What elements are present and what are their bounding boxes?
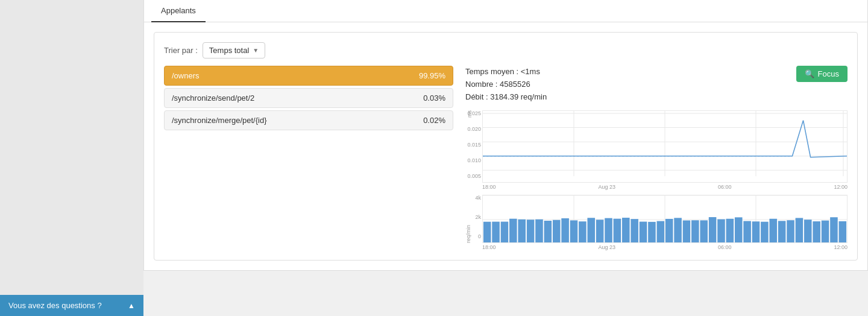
- bar-x-labels: 18:00 Aug 23 06:00 12:00: [482, 243, 848, 250]
- bar-rect: [587, 218, 595, 244]
- bar-rect: [752, 222, 760, 244]
- right-panel: Temps moyen : <1ms Nombre : 4585526 Débi…: [465, 66, 848, 250]
- tab-appelants[interactable]: Appelants: [151, 0, 206, 22]
- bar-rect: [483, 222, 491, 243]
- line-y-0.015: 0.015: [467, 142, 481, 148]
- left-panel: /owners 99.95% /synchronize/send/pet/2 0…: [164, 66, 453, 250]
- bar-rect: [839, 221, 847, 243]
- sort-dropdown[interactable]: Temps total ▼: [203, 42, 265, 58]
- bar-chart-svg: [482, 195, 848, 243]
- bar-rect: [804, 220, 812, 244]
- bar-rect: [717, 220, 725, 243]
- bar-rect: [605, 218, 612, 243]
- bar-rect: [640, 222, 647, 243]
- bar-rect: [570, 221, 578, 244]
- bar-rect: [769, 219, 777, 243]
- top-bar: Trier par : Temps total ▼: [164, 42, 848, 58]
- bar-rect: [553, 220, 561, 243]
- line-y-0.005: 0.005: [467, 173, 481, 179]
- bar-rect: [631, 220, 638, 244]
- tabs-bar: Appelants: [144, 0, 867, 22]
- route-row[interactable]: /synchronize/send/pet/2 0.03%: [164, 88, 453, 108]
- bar-rect: [726, 219, 734, 243]
- bar-rect: [527, 220, 535, 244]
- bar-rect: [796, 218, 804, 244]
- bar-rect: [691, 221, 699, 244]
- bar-rect: [509, 219, 517, 243]
- bar-rect: [700, 221, 708, 244]
- chevron-down-icon: ▼: [253, 47, 259, 54]
- content-area: /owners 99.95% /synchronize/send/pet/2 0…: [164, 66, 848, 250]
- bar-rect: [622, 218, 630, 243]
- stats-row: Temps moyen : <1ms Nombre : 4585526 Débi…: [465, 66, 848, 103]
- stats-text: Temps moyen : <1ms Nombre : 4585526 Débi…: [465, 66, 547, 103]
- bar-rect: [596, 220, 604, 244]
- bar-rect: [813, 221, 820, 243]
- route-name: /owners: [172, 71, 200, 80]
- bar-rect: [492, 222, 500, 243]
- banner-text: Vous avez des questions ?: [8, 301, 102, 310]
- bar-rect: [648, 222, 656, 243]
- bar-rect: [579, 222, 587, 244]
- line-y-0.010: 0.010: [467, 157, 481, 163]
- focus-label: Focus: [818, 69, 839, 78]
- bar-x-06:00: 06:00: [718, 244, 732, 250]
- line-y-0.025: 0.025: [467, 110, 481, 116]
- sidebar: [0, 0, 143, 316]
- focus-button[interactable]: 🔍 Focus: [796, 66, 848, 82]
- bar-rect: [683, 221, 691, 243]
- main-content: Appelants Trier par : Temps total ▼: [143, 0, 868, 271]
- bar-rect: [787, 221, 794, 244]
- line-chart-svg: [482, 110, 848, 183]
- bar-rect: [709, 217, 717, 243]
- panel-box: Trier par : Temps total ▼ /owners 99.95%…: [154, 32, 858, 261]
- route-pct: 0.03%: [423, 93, 445, 103]
- bar-y-2k: 2k: [475, 214, 481, 220]
- bar-x-aug23: Aug 23: [598, 244, 615, 250]
- bar-rect: [830, 218, 838, 244]
- bar-rect: [561, 218, 569, 243]
- route-pct: 99.95%: [419, 71, 445, 80]
- questions-banner[interactable]: Vous avez des questions ? ▲: [0, 295, 143, 316]
- trier-label: Trier par :: [164, 46, 198, 55]
- bar-rect: [822, 221, 829, 243]
- search-icon: 🔍: [805, 69, 814, 78]
- line-x-aug23: Aug 23: [598, 184, 615, 190]
- route-pct: 0.02%: [423, 116, 445, 125]
- bar-rect: [614, 219, 621, 243]
- bar-y-0: 0: [478, 233, 481, 239]
- bar-rect: [674, 218, 682, 244]
- route-name: /synchronize/send/pet/2: [172, 93, 254, 103]
- route-name: /synchronize/merge/pet/{id}: [172, 116, 267, 125]
- panel: Trier par : Temps total ▼ /owners 99.95%…: [144, 22, 867, 270]
- routes-list: /owners 99.95% /synchronize/send/pet/2 0…: [164, 66, 453, 130]
- bar-rect: [761, 222, 769, 243]
- temps-moyen: Temps moyen : <1ms: [465, 66, 547, 78]
- nombre: Nombre : 4585526: [465, 78, 547, 91]
- bar-x-18:00: 18:00: [482, 244, 496, 250]
- line-x-18:00: 18:00: [482, 184, 496, 190]
- route-row[interactable]: /owners 99.95%: [164, 66, 453, 86]
- bar-rect: [657, 221, 665, 243]
- bar-x-12:00: 12:00: [834, 244, 848, 250]
- bar-rect: [735, 218, 743, 244]
- bar-y-4k: 4k: [475, 195, 481, 201]
- line-x-12:00: 12:00: [834, 184, 848, 190]
- sort-option-label: Temps total: [209, 46, 249, 55]
- debit: Débit : 3184.39 req/min: [465, 91, 547, 104]
- bar-rect: [501, 222, 509, 243]
- line-y-0.020: 0.020: [467, 126, 481, 132]
- bar-rect: [665, 219, 673, 243]
- bar-rect: [743, 221, 751, 243]
- line-x-06:00: 06:00: [718, 184, 732, 190]
- bar-rect: [518, 220, 526, 243]
- bar-rect: [544, 221, 552, 243]
- bar-rect: [535, 220, 543, 243]
- bar-rect: [778, 221, 786, 244]
- line-x-labels: 18:00 Aug 23 06:00 12:00: [482, 183, 848, 190]
- route-row[interactable]: /synchronize/merge/pet/{id} 0.02%: [164, 110, 453, 130]
- chevron-up-icon: ▲: [128, 302, 135, 310]
